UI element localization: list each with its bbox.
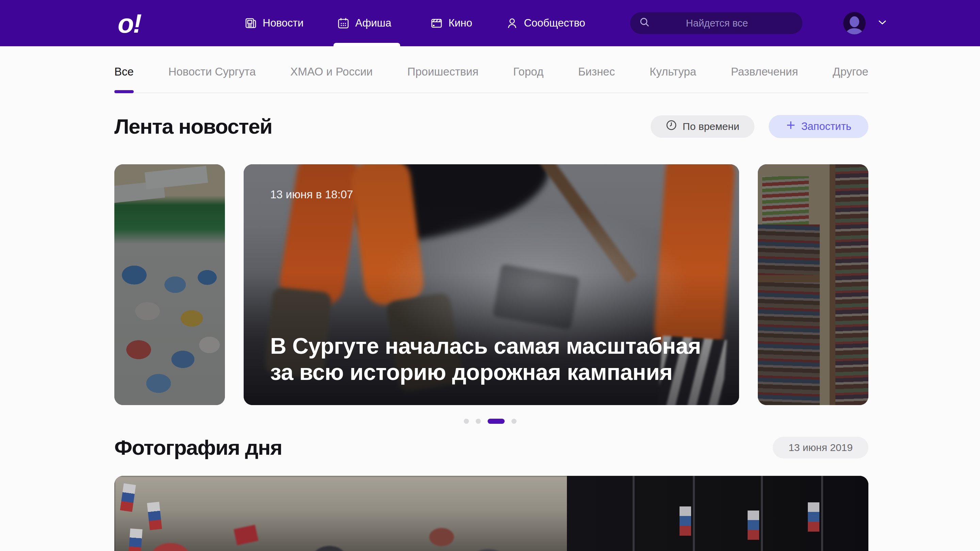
- avatar[interactable]: [843, 12, 865, 34]
- nav-label: Кино: [449, 17, 472, 29]
- photo-dark-overlay: [115, 476, 869, 551]
- sort-by-time-button[interactable]: По времени: [651, 115, 754, 138]
- site-logo[interactable]: o!: [118, 8, 141, 39]
- tab-business[interactable]: Бизнес: [578, 65, 615, 78]
- nav-item-community[interactable]: Сообщество: [504, 0, 587, 46]
- clock-icon: [666, 119, 677, 133]
- carousel-slide-left[interactable]: [115, 164, 225, 405]
- main-nav: Новости Афиша: [242, 0, 587, 46]
- tab-city[interactable]: Город: [513, 65, 543, 78]
- chevron-down-icon[interactable]: [878, 20, 887, 27]
- create-post-button[interactable]: Запостить: [769, 115, 869, 138]
- carousel-dot[interactable]: [511, 419, 517, 424]
- app-header: o! Новости: [0, 0, 980, 46]
- nav-label: Новости: [263, 17, 304, 29]
- calendar-icon: [337, 17, 350, 30]
- feed-header: Лента новостей По времени Запостить: [115, 114, 869, 138]
- tab-entertainment[interactable]: Развлечения: [731, 65, 798, 78]
- carousel-dot[interactable]: [476, 419, 481, 424]
- post-button-label: Запостить: [801, 121, 851, 133]
- photo-dark-overlay: [758, 164, 869, 405]
- photo-dark-overlay: [115, 164, 225, 405]
- nav-label: Афиша: [355, 17, 391, 29]
- carousel-pagination: [0, 419, 980, 424]
- sort-button-label: По времени: [682, 121, 740, 132]
- clapperboard-icon: [430, 17, 443, 30]
- newspaper-icon: [244, 17, 257, 30]
- photo-of-day-header: Фотография дня 13 июня 2019: [115, 435, 869, 459]
- page-title: Лента новостей: [115, 114, 272, 138]
- news-headline: В Сургуте началась самая масштабная за в…: [270, 333, 720, 385]
- nav-label: Сообщество: [524, 17, 585, 29]
- avatar-body: [846, 28, 863, 34]
- search-bar: [630, 12, 802, 34]
- tab-other[interactable]: Другое: [833, 65, 869, 78]
- date-badge: 13 июня 2019: [773, 437, 869, 459]
- plus-icon: [786, 120, 796, 133]
- carousel-slide-main[interactable]: 13 июня в 18:07 В Сургуте началась самая…: [243, 164, 739, 405]
- tab-culture[interactable]: Культура: [649, 65, 696, 78]
- nav-item-news[interactable]: Новости: [242, 0, 305, 46]
- section-title: Фотография дня: [115, 435, 282, 459]
- active-tab-indicator: [115, 90, 134, 93]
- headline-line-1: В Сургуте началась самая масштабная: [270, 333, 720, 359]
- category-tabs: Все Новости Сургута ХМАО и России Проише…: [115, 46, 869, 93]
- nav-item-cinema[interactable]: Кино: [428, 0, 474, 46]
- search-icon: [639, 17, 651, 30]
- tab-hmao-russia[interactable]: ХМАО и России: [290, 65, 372, 78]
- news-carousel: 13 июня в 18:07 В Сургуте началась самая…: [115, 164, 869, 405]
- tab-incidents[interactable]: Проишествия: [407, 65, 479, 78]
- person-icon: [506, 17, 519, 30]
- search-input[interactable]: [651, 18, 794, 29]
- tab-all[interactable]: Все: [115, 65, 134, 78]
- feed-controls: По времени Запостить: [651, 115, 869, 138]
- nav-item-afisha[interactable]: Афиша: [335, 0, 399, 46]
- photo-of-day-image[interactable]: [115, 476, 869, 551]
- avatar-head: [850, 16, 859, 27]
- carousel-slide-right[interactable]: [758, 164, 869, 405]
- tab-surgut-news[interactable]: Новости Сургута: [169, 65, 256, 78]
- carousel-dot-active[interactable]: [488, 419, 504, 424]
- headline-line-2: за всю историю дорожная кампания: [270, 359, 720, 385]
- news-datetime: 13 июня в 18:07: [270, 188, 353, 201]
- carousel-dot[interactable]: [464, 419, 469, 424]
